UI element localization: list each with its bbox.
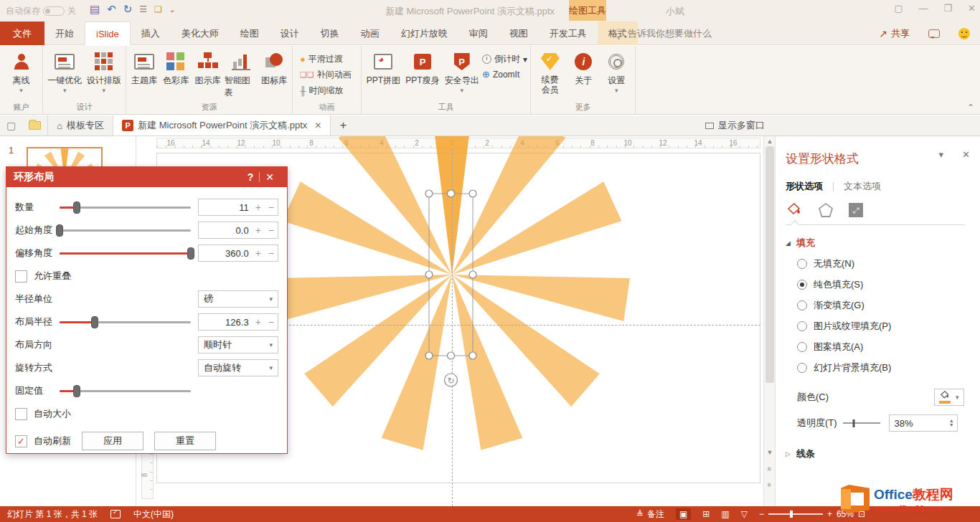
auto-size-checkbox[interactable] (15, 408, 27, 420)
allow-overlap-checkbox[interactable] (15, 270, 27, 283)
show-multi-window-button[interactable]: 显示多窗口 (705, 119, 765, 132)
decrement-icon[interactable]: − (265, 247, 278, 259)
restore-icon[interactable]: ❐ (943, 3, 952, 14)
panel-dropdown-icon[interactable]: ▾ (939, 149, 944, 160)
apply-button[interactable]: 应用 (82, 432, 143, 450)
offset-angle-input[interactable]: 360.0 + − (198, 245, 278, 262)
resize-handle[interactable] (425, 352, 433, 359)
offline-button[interactable]: 离线 ▾ (3, 49, 39, 92)
resize-handle[interactable] (469, 271, 476, 278)
reading-view-icon[interactable]: ▥ (721, 509, 729, 519)
safe-export-button[interactable]: P 安全导出 ▾ (443, 49, 481, 92)
fill-bucket-icon[interactable] (786, 203, 803, 217)
ppt-slim-button[interactable]: P PPT瘦身 (404, 49, 442, 87)
diagram-library-button[interactable]: 图示库 (192, 49, 222, 87)
radio-icon[interactable] (797, 342, 807, 352)
slideshow-icon[interactable]: ▽ (741, 509, 748, 519)
fill-color-button[interactable]: ▾ (934, 389, 964, 406)
new-tab-button[interactable]: + (331, 115, 355, 136)
decrement-icon[interactable]: − (265, 224, 278, 236)
qat-list-icon[interactable]: ☰ (139, 4, 147, 14)
resize-handle[interactable] (425, 271, 433, 278)
tell-me-box[interactable]: 告诉我你想要做什么 (614, 22, 712, 45)
share-button[interactable]: ↗ 共享 (879, 27, 910, 40)
decrement-icon[interactable]: − (265, 201, 278, 213)
scrollbar-thumb[interactable] (765, 146, 774, 383)
dialog-close-icon[interactable]: ✕ (260, 171, 280, 183)
fill-option-2[interactable]: 渐变填充(G) (797, 299, 980, 312)
close-icon[interactable]: ✕ (968, 3, 976, 14)
resize-handle[interactable] (469, 190, 476, 197)
smooth-transition-button[interactable]: ● 平滑过渡 (300, 53, 352, 65)
effects-pentagon-icon[interactable] (819, 203, 833, 217)
ribbon-collapse-icon[interactable]: ⌃ (967, 103, 974, 113)
tab-close-icon[interactable]: ✕ (314, 120, 321, 130)
layout-radius-slider[interactable] (60, 315, 191, 329)
scroll-down-icon[interactable]: ▼ (764, 449, 776, 456)
zoom-in-icon[interactable]: + (827, 509, 832, 519)
zoom-slider[interactable] (768, 510, 823, 518)
ppt-collage-button[interactable]: PPT拼图 (364, 49, 402, 87)
layout-radius-input[interactable]: 126.3 + − (198, 313, 278, 331)
theme-library-button[interactable]: 主题库 (129, 49, 159, 87)
ribbon-tab-6[interactable]: 设计 (270, 22, 310, 45)
fill-option-5[interactable]: 幻灯片背景填充(B) (797, 361, 980, 374)
document-tab[interactable]: P 新建 Microsoft PowerPoint 演示文稿.pptx ✕ (113, 115, 331, 136)
start-angle-slider[interactable] (60, 223, 191, 237)
design-layout-button[interactable]: 设计排版 ▾ (85, 49, 123, 92)
notes-button[interactable]: ≜ 备注 (636, 508, 664, 521)
fill-option-1[interactable]: 纯色填充(S) (797, 278, 980, 291)
reset-button[interactable]: 重置 (154, 432, 216, 450)
undo-icon[interactable]: ↶ (107, 3, 116, 16)
next-slide-icon[interactable]: » (765, 480, 774, 490)
account-window-icon[interactable]: ▢ (894, 3, 903, 14)
ribbon-tab-9[interactable]: 幻灯片放映 (390, 22, 458, 45)
increment-icon[interactable]: + (252, 247, 265, 259)
increment-icon[interactable]: + (252, 201, 265, 213)
new-file-icon[interactable]: ▢ (0, 115, 22, 136)
radius-unit-select[interactable]: 磅 ▾ (198, 290, 278, 308)
radio-icon[interactable] (797, 363, 807, 373)
ribbon-tab-2[interactable]: iSlide (85, 22, 131, 45)
count-slider[interactable] (60, 200, 191, 214)
one-click-optimize-button[interactable]: 一键优化 ▾ (46, 49, 84, 92)
tween-animation-button[interactable]: ❏❏ 补间动画 (300, 69, 352, 81)
about-button[interactable]: i 关于 (568, 49, 600, 87)
ribbon-tab-0[interactable]: 文件 (0, 22, 44, 45)
zoom-out-icon[interactable]: − (759, 509, 764, 519)
template-zone-tab[interactable]: ⌂ 模板专区 (47, 115, 113, 136)
settings-button[interactable]: 设置 ▾ (600, 49, 632, 92)
resize-handle[interactable] (448, 352, 455, 359)
ribbon-tab-3[interactable]: 插入 (131, 22, 171, 45)
fill-option-4[interactable]: 图案填充(A) (797, 341, 980, 353)
language-indicator[interactable]: 中文(中国) (133, 508, 174, 521)
radio-icon[interactable] (797, 259, 807, 269)
autosave-toggle-pill[interactable] (43, 6, 65, 16)
decrement-icon[interactable]: − (265, 316, 278, 328)
renew-membership-button[interactable]: 续费会员 (534, 49, 567, 95)
smart-chart-button[interactable]: 智能图表 (225, 49, 258, 99)
count-input[interactable]: 11 + − (198, 199, 278, 216)
fill-option-3[interactable]: 图片或纹理填充(P) (797, 320, 980, 333)
ribbon-tab-11[interactable]: 视图 (499, 22, 539, 45)
offset-angle-slider[interactable] (60, 246, 191, 260)
radio-icon[interactable] (797, 321, 807, 331)
autosave-toggle[interactable]: 自动保存 关 (6, 5, 76, 17)
fixed-value-slider[interactable] (60, 384, 191, 398)
rotate-mode-select[interactable]: 自动旋转 ▾ (198, 359, 278, 376)
ribbon-tab-12[interactable]: 开发工具 (539, 22, 598, 45)
open-folder-icon[interactable] (22, 115, 47, 136)
redo-icon[interactable]: ↻ (123, 3, 133, 16)
dialog-help-icon[interactable]: ? (242, 171, 260, 183)
feedback-smiley-icon[interactable] (958, 28, 970, 39)
ribbon-tab-1[interactable]: 开始 (44, 22, 85, 45)
spellcheck-icon[interactable] (110, 510, 121, 518)
comments-icon[interactable] (928, 29, 940, 38)
ribbon-tab-10[interactable]: 审阅 (458, 22, 499, 45)
ribbon-tab-8[interactable]: 动画 (350, 22, 390, 45)
save-icon[interactable]: ▤ (90, 3, 100, 16)
time-scale-button[interactable]: ╫ 时间缩放 (300, 85, 352, 97)
qat-layout-icon[interactable]: ❏ (154, 4, 162, 14)
auto-refresh-checkbox[interactable]: ✓ (15, 435, 27, 447)
transparency-input[interactable]: 38% ▲▼ (889, 414, 958, 432)
